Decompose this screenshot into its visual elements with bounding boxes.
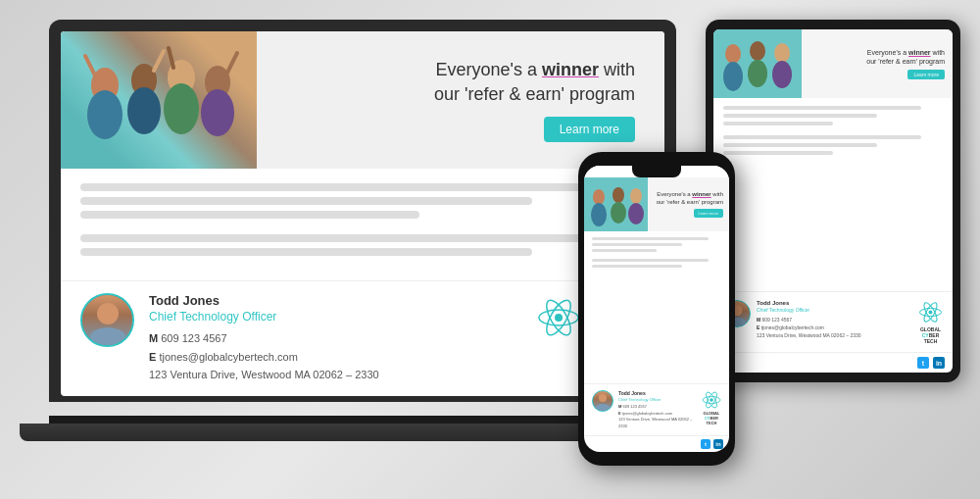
sig-title: Chief Technology Officer — [149, 310, 500, 324]
p-line-1 — [592, 237, 709, 240]
avatar — [80, 293, 134, 347]
phone-sig-contact: M 609 123 4567 E tjones@globalcybertech.… — [618, 404, 697, 429]
phone-company-name: GLOBALCYBERTECH — [704, 411, 720, 425]
text-line-2 — [80, 197, 532, 205]
svg-line-10 — [169, 48, 173, 68]
svg-point-33 — [628, 203, 644, 225]
p-line-5 — [592, 265, 682, 268]
tablet-content: Everyone's a winner withour 'refer & ear… — [713, 29, 953, 373]
phone-learn-more-button[interactable]: Learn more — [694, 209, 723, 218]
phone-banner-image — [584, 177, 648, 231]
t-line-1 — [723, 106, 921, 110]
tablet-sig-title: Chief Technology Officer — [757, 307, 912, 313]
phone-headline: Everyone's a winner withour 'refer & ear… — [657, 191, 723, 207]
phone-linkedin-icon[interactable]: in — [713, 439, 723, 449]
tablet-social-links: t in — [713, 352, 953, 373]
tablet-signature: Todd Jones Chief Technology Officer M 60… — [713, 291, 953, 352]
tablet-body — [713, 98, 953, 291]
t-line-5 — [723, 143, 877, 147]
svg-point-29 — [591, 203, 607, 226]
sig-address: 123 Ventura Drive, Westwood MA 02062 – 2… — [149, 366, 500, 384]
phone-avatar — [592, 390, 613, 412]
svg-point-18 — [723, 62, 743, 91]
t-line-3 — [723, 122, 833, 125]
p-line-3 — [592, 249, 657, 252]
tablet-company-name: GLOBALCYBERTECH — [920, 326, 941, 344]
tablet-atom-icon — [918, 300, 943, 324]
svg-line-11 — [227, 53, 237, 73]
tablet-screen: Everyone's a winner withour 'refer & ear… — [713, 29, 953, 373]
svg-point-21 — [774, 43, 790, 63]
tablet-headline: Everyone's a winner withour 'refer & ear… — [866, 48, 945, 66]
phone-twitter-icon[interactable]: t — [701, 439, 710, 449]
laptop-signature: Todd Jones Chief Technology Officer M 60… — [61, 280, 664, 396]
sig-mobile: M 609 123 4567 — [149, 329, 500, 348]
banner-people-image — [61, 31, 257, 169]
twitter-icon[interactable]: t — [917, 357, 929, 369]
svg-point-28 — [593, 189, 605, 205]
signature-info: Todd Jones Chief Technology Officer M 60… — [149, 293, 500, 384]
laptop-banner-headline: Everyone's a winner with our 'refer & ea… — [434, 58, 635, 107]
svg-point-7 — [201, 89, 234, 136]
tablet-banner-text: Everyone's a winner withour 'refer & ear… — [802, 29, 953, 98]
tablet-learn-more-button[interactable]: Learn more — [907, 70, 945, 79]
phone-logo: GLOBALCYBERTECH — [702, 390, 721, 425]
text-line-5 — [80, 248, 532, 256]
text-line-4 — [80, 234, 616, 242]
svg-point-22 — [772, 61, 792, 88]
svg-point-17 — [725, 44, 741, 64]
linkedin-icon[interactable]: in — [933, 357, 945, 369]
svg-point-3 — [127, 87, 161, 134]
laptop-screen-inner: Everyone's a winner with our 'refer & ea… — [61, 31, 664, 396]
phone-device: Everyone's a winner withour 'refer & ear… — [578, 152, 735, 466]
phone-body — [584, 231, 729, 383]
sig-contact: M 609 123 4567 E tjones@globalcybertech.… — [149, 329, 500, 384]
svg-line-9 — [154, 51, 164, 71]
p-line-2 — [592, 243, 682, 246]
svg-point-5 — [164, 83, 199, 134]
tablet-banner-image — [713, 29, 802, 98]
svg-point-34 — [710, 399, 713, 403]
phone-outer: Everyone's a winner withour 'refer & ear… — [578, 152, 735, 466]
laptop-banner-image — [61, 31, 257, 169]
t-line-2 — [723, 114, 877, 118]
phone-signature: Todd Jones Chief Technology Officer M 60… — [584, 383, 729, 435]
phone-screen: Everyone's a winner withour 'refer & ear… — [584, 166, 729, 452]
sig-name: Todd Jones — [149, 293, 500, 308]
tablet-device: Everyone's a winner withour 'refer & ear… — [706, 20, 960, 382]
avatar-image — [82, 295, 132, 345]
phone-social-links: t in — [584, 435, 729, 452]
svg-point-32 — [630, 188, 642, 204]
tablet-sig-name: Todd Jones — [757, 300, 912, 306]
p-line-4 — [592, 259, 709, 262]
tablet-sig-contact: M 609 123 4567 E tjones@globalcybertech.… — [757, 316, 912, 339]
svg-line-8 — [85, 56, 95, 75]
svg-point-1 — [87, 90, 122, 139]
phone-sig-info: Todd Jones Chief Technology Officer M 60… — [618, 390, 697, 429]
laptop-email-body — [61, 169, 664, 280]
laptop-banner-text: Everyone's a winner with our 'refer & ea… — [257, 38, 664, 162]
phone-sig-name: Todd Jones — [618, 390, 697, 396]
tablet-sig-info: Todd Jones Chief Technology Officer M 60… — [757, 300, 912, 339]
tablet-logo: GLOBALCYBERTECH — [918, 300, 943, 344]
laptop-banner: Everyone's a winner with our 'refer & ea… — [61, 31, 664, 169]
phone-sig-title: Chief Technology Officer — [618, 397, 697, 402]
text-line-1 — [80, 183, 616, 191]
phone-atom-icon — [702, 390, 721, 410]
svg-point-23 — [929, 311, 933, 315]
atom-icon — [534, 293, 583, 342]
phone-content: Everyone's a winner withour 'refer & ear… — [584, 166, 729, 452]
phone-notch — [632, 166, 681, 177]
svg-point-20 — [748, 60, 767, 87]
tablet-outer: Everyone's a winner withour 'refer & ear… — [706, 20, 960, 382]
tablet-banner: Everyone's a winner withour 'refer & ear… — [713, 29, 953, 98]
phone-banner: Everyone's a winner withour 'refer & ear… — [584, 177, 729, 231]
scene: Everyone's a winner with our 'refer & ea… — [0, 0, 980, 499]
learn-more-button[interactable]: Learn more — [544, 117, 635, 142]
t-line-4 — [723, 135, 921, 139]
t-line-6 — [723, 151, 833, 155]
laptop-email-content: Everyone's a winner with our 'refer & ea… — [61, 31, 664, 396]
svg-point-19 — [750, 41, 765, 61]
sig-email: E tjones@globalcybertech.com — [149, 348, 500, 367]
svg-point-12 — [555, 314, 563, 322]
